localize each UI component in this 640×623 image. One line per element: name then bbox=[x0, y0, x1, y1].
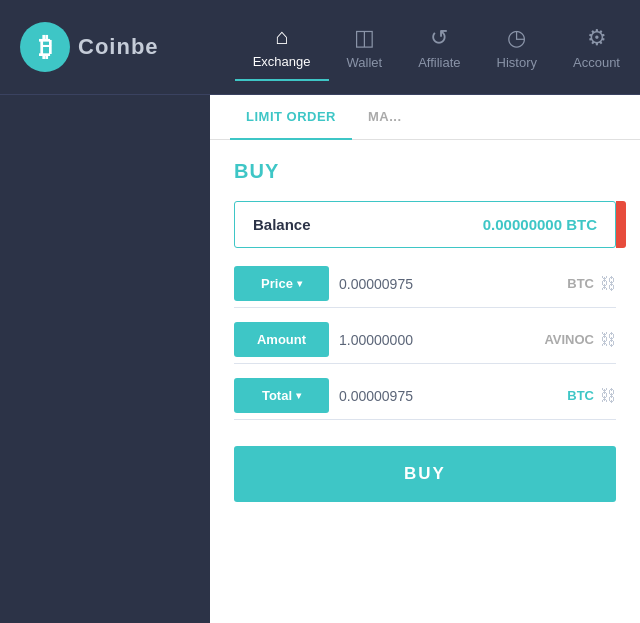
account-icon: ⚙ bbox=[587, 25, 607, 51]
nav-wallet-label: Wallet bbox=[347, 55, 383, 70]
logo-text: Coinbe bbox=[78, 34, 159, 60]
header: ₿ Coinbe ⌂ Exchange ◫ Wallet ↺ Affiliate… bbox=[0, 0, 640, 95]
nav-affiliate[interactable]: ↺ Affiliate bbox=[400, 15, 478, 80]
price-link-icon[interactable]: ⛓ bbox=[600, 275, 616, 293]
price-dropdown-arrow: ▾ bbox=[297, 278, 302, 289]
total-input[interactable] bbox=[329, 388, 567, 404]
amount-link-icon[interactable]: ⛓ bbox=[600, 331, 616, 349]
total-dropdown-arrow: ▾ bbox=[296, 390, 301, 401]
total-button[interactable]: Total ▾ bbox=[234, 378, 329, 413]
tabs-bar: LIMIT ORDER MA... bbox=[210, 95, 640, 140]
amount-input[interactable] bbox=[329, 332, 544, 348]
balance-row: Balance 0.00000000 BTC bbox=[234, 201, 616, 248]
nav-exchange[interactable]: ⌂ Exchange bbox=[235, 14, 329, 81]
amount-row: Amount AVINOC ⛓ bbox=[234, 322, 616, 364]
price-currency: BTC bbox=[567, 276, 594, 291]
nav-history[interactable]: ◷ History bbox=[479, 15, 555, 80]
nav-history-label: History bbox=[497, 55, 537, 70]
balance-wrapper: Balance 0.00000000 BTC bbox=[234, 201, 616, 248]
tab-market[interactable]: MA... bbox=[352, 95, 418, 140]
history-icon: ◷ bbox=[507, 25, 526, 51]
content-area: LIMIT ORDER MA... BUY Balance 0.00000000… bbox=[210, 95, 640, 623]
total-link-icon[interactable]: ⛓ bbox=[600, 387, 616, 405]
trade-panel: BUY Balance 0.00000000 BTC Price ▾ BTC ⛓ bbox=[210, 140, 640, 623]
buy-title: BUY bbox=[234, 160, 616, 183]
amount-btn-label: Amount bbox=[257, 332, 306, 347]
main-layout: LIMIT ORDER MA... BUY Balance 0.00000000… bbox=[0, 95, 640, 623]
affiliate-icon: ↺ bbox=[430, 25, 448, 51]
price-button[interactable]: Price ▾ bbox=[234, 266, 329, 301]
nav: ⌂ Exchange ◫ Wallet ↺ Affiliate ◷ Histor… bbox=[235, 14, 620, 81]
amount-currency: AVINOC bbox=[544, 332, 594, 347]
total-row: Total ▾ BTC ⛓ bbox=[234, 378, 616, 420]
amount-button[interactable]: Amount bbox=[234, 322, 329, 357]
tab-limit-order[interactable]: LIMIT ORDER bbox=[230, 95, 352, 140]
exchange-icon: ⌂ bbox=[275, 24, 288, 50]
nav-affiliate-label: Affiliate bbox=[418, 55, 460, 70]
red-indicator bbox=[616, 201, 626, 248]
balance-value: 0.00000000 BTC bbox=[483, 216, 597, 233]
buy-submit-button[interactable]: BUY bbox=[234, 446, 616, 502]
svg-text:₿: ₿ bbox=[39, 32, 52, 62]
total-btn-label: Total bbox=[262, 388, 292, 403]
total-currency: BTC bbox=[567, 388, 594, 403]
nav-exchange-label: Exchange bbox=[253, 54, 311, 69]
logo-icon: ₿ bbox=[20, 22, 70, 72]
sidebar bbox=[0, 95, 210, 623]
nav-wallet[interactable]: ◫ Wallet bbox=[329, 15, 401, 80]
wallet-icon: ◫ bbox=[354, 25, 375, 51]
balance-label: Balance bbox=[253, 216, 311, 233]
price-btn-label: Price bbox=[261, 276, 293, 291]
nav-account-label: Account bbox=[573, 55, 620, 70]
logo: ₿ Coinbe bbox=[20, 22, 159, 72]
price-row: Price ▾ BTC ⛓ bbox=[234, 266, 616, 308]
nav-account[interactable]: ⚙ Account bbox=[555, 15, 620, 80]
price-input[interactable] bbox=[329, 276, 567, 292]
